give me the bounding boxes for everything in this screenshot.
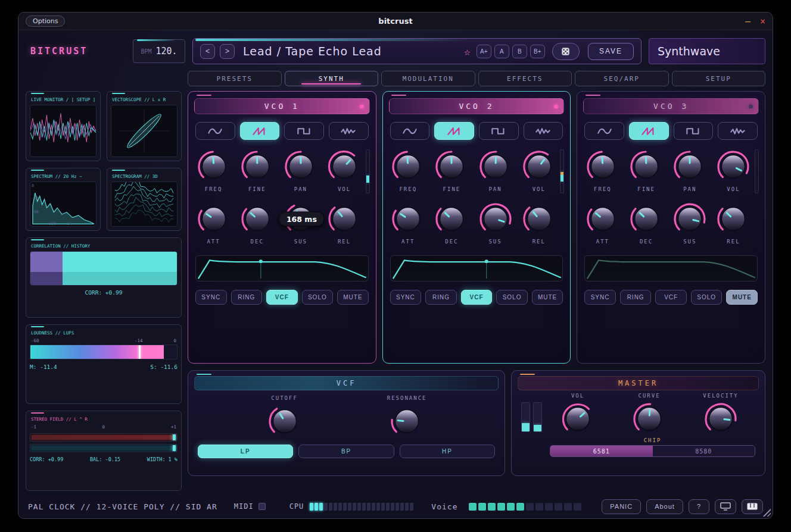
vco-solo-button[interactable]: SOLO bbox=[691, 290, 723, 305]
knob-dial[interactable] bbox=[671, 201, 708, 237]
vco-mute-button[interactable]: MUTE bbox=[337, 290, 369, 305]
tab-effects[interactable]: EFFECTS bbox=[478, 71, 572, 86]
waveform-saw-button[interactable] bbox=[240, 122, 280, 140]
knob-velocity[interactable]: VELOCITY bbox=[702, 393, 739, 437]
knob-freq[interactable]: FREQ bbox=[192, 148, 235, 192]
vco-mute-button[interactable]: MUTE bbox=[532, 290, 563, 305]
chip-6581[interactable]: 6581 bbox=[550, 446, 652, 456]
randomize-button[interactable] bbox=[552, 43, 580, 60]
vco-vcf-button[interactable]: VCF bbox=[266, 290, 298, 305]
panic-button[interactable]: PANIC bbox=[602, 499, 641, 514]
knob-dial[interactable] bbox=[559, 400, 596, 437]
waveform-square-button[interactable] bbox=[479, 122, 519, 140]
knob-dial[interactable] bbox=[671, 148, 708, 185]
vco-vcf-button[interactable]: VCF bbox=[655, 290, 687, 305]
tab-seq-arp[interactable]: SEQ/ARP bbox=[575, 71, 669, 86]
vco-sync-button[interactable]: SYNC bbox=[195, 290, 227, 305]
preset-next-button[interactable]: > bbox=[220, 44, 235, 59]
knob-dial[interactable] bbox=[433, 148, 470, 185]
save-button[interactable]: SAVE bbox=[588, 43, 634, 60]
knob-dial[interactable] bbox=[628, 201, 665, 237]
close-icon[interactable]: × bbox=[760, 16, 765, 27]
knob-vol[interactable]: VOL bbox=[559, 393, 596, 437]
knob-rel[interactable]: REL bbox=[712, 201, 755, 245]
knob-dial[interactable] bbox=[326, 148, 363, 185]
knob-resonance[interactable]: RESONANCE bbox=[387, 395, 427, 440]
envelope-display[interactable] bbox=[195, 255, 369, 281]
knob-fine[interactable]: FINE bbox=[625, 148, 668, 192]
titlebar[interactable]: Options bitcrust — × bbox=[18, 12, 773, 30]
knob-fine[interactable]: FINE bbox=[235, 148, 279, 192]
knob-pan[interactable]: PAN bbox=[668, 148, 712, 192]
chip-8580[interactable]: 8580 bbox=[653, 446, 755, 456]
waveform-saw-button[interactable] bbox=[629, 122, 669, 140]
tab-modulation[interactable]: MODULATION bbox=[381, 71, 475, 86]
bpm-value[interactable]: 120. bbox=[155, 46, 177, 57]
knob-dial[interactable] bbox=[477, 201, 514, 237]
waveform-saw-button[interactable] bbox=[434, 122, 474, 140]
vco-solo-button[interactable]: SOLO bbox=[496, 290, 528, 305]
knob-dial[interactable] bbox=[521, 201, 558, 237]
vco-solo-button[interactable]: SOLO bbox=[302, 290, 334, 305]
vco-mute-button[interactable]: MUTE bbox=[726, 290, 758, 305]
knob-dial[interactable] bbox=[521, 148, 558, 185]
vco-sync-button[interactable]: SYNC bbox=[390, 290, 422, 305]
knob-cutoff[interactable]: CUTOFF bbox=[266, 395, 303, 440]
options-button[interactable]: Options bbox=[26, 15, 65, 27]
knob-dial[interactable] bbox=[433, 201, 470, 237]
monitor-button[interactable] bbox=[715, 499, 736, 514]
waveform-noise-button[interactable] bbox=[524, 122, 563, 140]
waveform-noise-button[interactable] bbox=[718, 122, 758, 140]
knob-dial[interactable] bbox=[631, 400, 668, 437]
vco-sync-button[interactable]: SYNC bbox=[584, 290, 616, 305]
knob-att[interactable]: ATT bbox=[581, 201, 624, 245]
knob-vol[interactable]: VOL bbox=[712, 148, 755, 192]
filter-mode-hp[interactable]: HP bbox=[400, 445, 495, 458]
tab-setup[interactable]: SETUP bbox=[672, 71, 766, 86]
knob-dial[interactable] bbox=[282, 148, 319, 185]
knob-dial[interactable] bbox=[390, 201, 426, 237]
knob-dial[interactable] bbox=[326, 201, 363, 237]
knob-pan[interactable]: PAN bbox=[279, 148, 322, 192]
knob-dial[interactable] bbox=[715, 148, 752, 185]
knob-dec[interactable]: DEC bbox=[625, 201, 668, 245]
knob-dial[interactable] bbox=[195, 201, 232, 237]
knob-rel[interactable]: REL bbox=[323, 201, 366, 245]
vco-vcf-button[interactable]: VCF bbox=[461, 290, 493, 305]
power-led[interactable] bbox=[749, 104, 753, 108]
category-display[interactable]: Synthwave bbox=[649, 38, 765, 64]
vco-ring-button[interactable]: RING bbox=[425, 290, 457, 305]
knob-vol[interactable]: VOL bbox=[517, 148, 560, 192]
knob-dial[interactable] bbox=[715, 201, 752, 237]
knob-pan[interactable]: PAN bbox=[474, 148, 517, 192]
slot-a-plus[interactable]: A+ bbox=[477, 45, 491, 58]
knob-curve[interactable]: CURVE bbox=[631, 393, 668, 437]
preset-name[interactable]: Lead / Tape Echo Lead bbox=[239, 45, 458, 58]
knob-rel[interactable]: REL bbox=[517, 201, 560, 245]
favorite-star-icon[interactable]: ☆ bbox=[463, 45, 472, 58]
slot-a[interactable]: A bbox=[494, 45, 509, 58]
vco-ring-button[interactable]: RING bbox=[231, 290, 263, 305]
knob-sus[interactable]: SUS bbox=[668, 201, 712, 245]
filter-mode-lp[interactable]: LP bbox=[198, 445, 293, 458]
minimize-icon[interactable]: — bbox=[745, 16, 750, 27]
vco-ring-button[interactable]: RING bbox=[620, 290, 652, 305]
knob-dial[interactable] bbox=[239, 201, 276, 237]
knob-fine[interactable]: FINE bbox=[430, 148, 474, 192]
power-led[interactable] bbox=[360, 104, 364, 108]
bpm-display[interactable]: BPM 120. bbox=[133, 39, 185, 63]
knob-dial[interactable] bbox=[388, 403, 425, 440]
waveform-square-button[interactable] bbox=[674, 122, 714, 140]
envelope-display[interactable] bbox=[390, 255, 563, 281]
knob-dial[interactable] bbox=[390, 148, 426, 185]
waveform-noise-button[interactable] bbox=[329, 122, 369, 140]
knob-att[interactable]: ATT bbox=[192, 201, 235, 245]
slot-b-plus[interactable]: B+ bbox=[530, 45, 545, 58]
filter-mode-bp[interactable]: BP bbox=[298, 445, 394, 458]
knob-dial[interactable] bbox=[584, 148, 621, 185]
knob-dial[interactable] bbox=[239, 148, 276, 185]
knob-freq[interactable]: FREQ bbox=[581, 148, 624, 192]
keyboard-button[interactable] bbox=[742, 499, 763, 514]
waveform-sine-button[interactable] bbox=[390, 122, 430, 140]
knob-att[interactable]: ATT bbox=[387, 201, 430, 245]
